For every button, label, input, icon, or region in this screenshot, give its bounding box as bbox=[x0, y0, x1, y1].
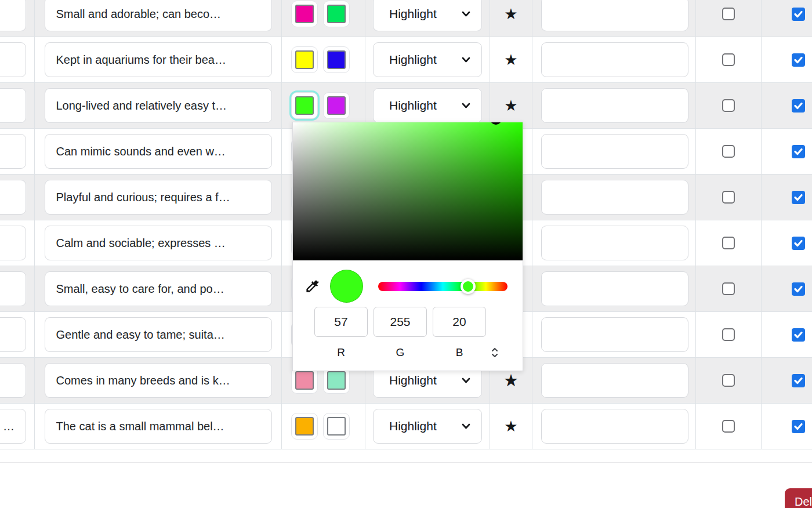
description-input[interactable] bbox=[45, 409, 272, 444]
description-input[interactable] bbox=[45, 317, 272, 352]
blue-input[interactable] bbox=[433, 307, 486, 337]
checkbox-unchecked[interactable] bbox=[722, 374, 735, 387]
name-input[interactable] bbox=[0, 134, 26, 169]
star-cell: ★ bbox=[490, 0, 532, 37]
checkbox-unchecked[interactable] bbox=[722, 420, 735, 433]
name-cell bbox=[0, 0, 35, 37]
color-swatch-1[interactable] bbox=[291, 1, 318, 27]
checkbox-checked[interactable] bbox=[792, 191, 805, 204]
checkbox-checked[interactable] bbox=[792, 237, 805, 250]
color-swatch-1[interactable] bbox=[291, 92, 318, 119]
color-swatch-2[interactable] bbox=[323, 92, 350, 119]
saturation-area[interactable] bbox=[293, 122, 523, 260]
checkbox-checked[interactable] bbox=[792, 374, 805, 387]
note-input[interactable] bbox=[541, 42, 688, 77]
color-chip-2 bbox=[327, 50, 346, 69]
name-cell bbox=[0, 83, 35, 128]
note-input[interactable] bbox=[541, 271, 688, 306]
description-input[interactable] bbox=[45, 42, 272, 77]
note-input[interactable] bbox=[541, 317, 688, 352]
color-chip-1 bbox=[295, 96, 314, 115]
green-input[interactable] bbox=[374, 307, 427, 337]
checkbox-unchecked[interactable] bbox=[722, 282, 735, 295]
check-icon bbox=[794, 56, 803, 64]
color-chip-1 bbox=[295, 5, 314, 23]
star-icon[interactable]: ★ bbox=[503, 372, 519, 389]
hue-handle[interactable] bbox=[461, 279, 476, 294]
hue-slider[interactable] bbox=[378, 282, 507, 291]
check-icon bbox=[794, 240, 803, 247]
red-input[interactable] bbox=[314, 307, 368, 337]
red-label: R bbox=[314, 346, 368, 359]
note-input[interactable] bbox=[541, 88, 688, 123]
description-input[interactable] bbox=[45, 134, 272, 169]
checkbox-checked[interactable] bbox=[792, 420, 805, 433]
star-icon[interactable]: ★ bbox=[504, 419, 517, 434]
check-icon bbox=[794, 331, 803, 339]
flag-cell bbox=[696, 129, 762, 174]
delete-button[interactable]: Delete bbox=[785, 488, 812, 508]
color-swatch-1[interactable] bbox=[291, 413, 318, 440]
name-input[interactable] bbox=[0, 271, 26, 306]
included-cell bbox=[762, 129, 812, 174]
description-input[interactable] bbox=[45, 0, 272, 31]
action-select[interactable]: Highlight bbox=[373, 409, 482, 444]
action-select-label: Highlight bbox=[389, 53, 437, 67]
description-cell bbox=[35, 358, 282, 403]
checkbox-checked[interactable] bbox=[792, 328, 805, 342]
description-input[interactable] bbox=[45, 180, 272, 215]
checkbox-unchecked[interactable] bbox=[722, 191, 735, 204]
description-input[interactable] bbox=[45, 226, 272, 260]
checkbox-unchecked[interactable] bbox=[722, 8, 735, 20]
color-swatch-2[interactable] bbox=[323, 413, 350, 440]
checkbox-unchecked[interactable] bbox=[722, 99, 735, 112]
checkbox-checked[interactable] bbox=[792, 145, 805, 158]
checkbox-checked[interactable] bbox=[792, 53, 805, 67]
name-input[interactable] bbox=[0, 42, 26, 77]
checkbox-checked[interactable] bbox=[792, 282, 805, 296]
description-input[interactable] bbox=[45, 88, 272, 123]
color-swatch-2[interactable] bbox=[323, 46, 350, 73]
check-icon bbox=[794, 377, 803, 384]
flag-cell bbox=[696, 0, 762, 37]
color-swatch-1[interactable] bbox=[291, 46, 318, 73]
flag-cell bbox=[696, 175, 762, 220]
check-icon bbox=[794, 285, 803, 293]
note-input[interactable] bbox=[541, 180, 688, 215]
checkbox-checked[interactable] bbox=[792, 8, 805, 21]
star-icon[interactable]: ★ bbox=[504, 98, 517, 113]
swatches-cell bbox=[282, 37, 365, 82]
name-input[interactable] bbox=[0, 409, 26, 444]
description-input[interactable] bbox=[45, 363, 272, 398]
name-input[interactable] bbox=[0, 0, 26, 31]
chevron-down-icon bbox=[462, 102, 470, 109]
note-input[interactable] bbox=[541, 226, 688, 260]
checkbox-unchecked[interactable] bbox=[722, 237, 735, 249]
note-input[interactable] bbox=[541, 409, 688, 444]
action-select[interactable]: Highlight bbox=[373, 0, 482, 31]
checkbox-unchecked[interactable] bbox=[722, 145, 735, 158]
name-input[interactable] bbox=[0, 88, 26, 123]
note-input[interactable] bbox=[541, 0, 688, 31]
checkbox-checked[interactable] bbox=[792, 99, 805, 113]
color-swatch-2[interactable] bbox=[323, 1, 350, 27]
eyedropper-icon[interactable] bbox=[304, 278, 320, 294]
checkbox-unchecked[interactable] bbox=[722, 328, 735, 341]
name-input[interactable] bbox=[0, 317, 26, 352]
included-cell bbox=[762, 404, 812, 449]
action-select[interactable]: Highlight bbox=[373, 88, 482, 123]
star-cell: ★ bbox=[490, 37, 532, 82]
name-input[interactable] bbox=[0, 226, 26, 260]
checkbox-unchecked[interactable] bbox=[722, 53, 735, 66]
note-cell bbox=[532, 0, 696, 37]
note-input[interactable] bbox=[541, 134, 688, 169]
name-input[interactable] bbox=[0, 180, 26, 215]
action-select[interactable]: Highlight bbox=[373, 42, 482, 77]
color-chip-2 bbox=[327, 371, 346, 390]
description-input[interactable] bbox=[45, 271, 272, 306]
format-toggle-icon[interactable] bbox=[491, 347, 501, 358]
note-input[interactable] bbox=[541, 363, 688, 398]
star-icon[interactable]: ★ bbox=[504, 52, 517, 67]
star-icon[interactable]: ★ bbox=[504, 6, 517, 21]
name-input[interactable] bbox=[0, 363, 26, 398]
